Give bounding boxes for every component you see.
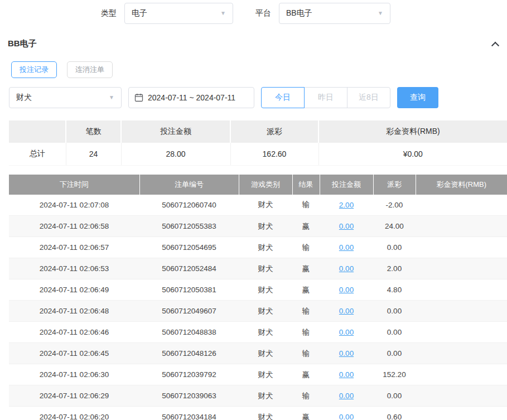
bet-amount-link[interactable]: 0.00 — [339, 307, 354, 315]
table-row: 2024-07-11 02:06:575060712054695财犬输0.000… — [9, 237, 507, 258]
order-number-cell: 5060712048126 — [139, 343, 239, 364]
records-table: 下注时间注单编号游戏类别结果投注金额派彩彩金资料(RMB) 2024-07-11… — [9, 175, 507, 420]
records-column-header: 游戏类别 — [239, 175, 292, 195]
bet-amount-cell: 0.00 — [320, 301, 373, 322]
game-type-cell: 财犬 — [239, 364, 292, 385]
platform-select[interactable]: BB电子 ▼ — [279, 3, 390, 24]
payout-cell: 0.60 — [373, 407, 416, 420]
table-row: 2024-07-11 02:06:205060712034184财犬赢0.000… — [9, 407, 507, 420]
bet-time-cell: 2024-07-11 02:06:45 — [9, 343, 139, 364]
summary-column-header: 派彩 — [230, 120, 318, 143]
game-type-cell: 财犬 — [239, 301, 292, 322]
records-tbody: 2024-07-11 02:07:085060712060740财犬输2.00-… — [9, 195, 507, 420]
summary-total-row: 总计 24 28.00 162.60 ¥0.00 — [9, 143, 507, 165]
bet-amount-cell: 2.00 — [320, 195, 373, 216]
payout-cell: 0.00 — [373, 343, 416, 364]
bet-amount-link[interactable]: 0.00 — [339, 370, 354, 379]
bet-time-cell: 2024-07-11 02:06:58 — [9, 216, 139, 237]
bet-time-cell: 2024-07-11 02:06:49 — [9, 279, 139, 301]
top-filter-row: 类型 电子 ▼ 平台 BB电子 ▼ — [0, 0, 507, 24]
payout-cell: -2.00 — [373, 195, 416, 216]
search-button[interactable]: 查询 — [397, 87, 438, 108]
chevron-down-icon: ▼ — [220, 11, 226, 16]
bonus-cell — [416, 322, 507, 343]
order-number-cell: 5060712054695 — [139, 237, 239, 258]
tab-cancelled-orders[interactable]: 连消注单 — [67, 61, 113, 78]
type-select[interactable]: 电子 ▼ — [124, 3, 233, 24]
bet-amount-link[interactable]: 0.00 — [339, 413, 354, 420]
game-type-cell: 财犬 — [239, 195, 292, 216]
platform-label: 平台 — [255, 8, 271, 18]
summary-table: 笔数投注金额派彩彩金资料(RMB) 总计 24 28.00 162.60 ¥0.… — [9, 120, 507, 166]
chevron-up-icon[interactable] — [491, 41, 499, 49]
game-type-cell: 财犬 — [239, 322, 292, 343]
chevron-down-icon: ▼ — [109, 95, 114, 100]
order-number-cell: 5060712055383 — [139, 216, 239, 237]
game-type-cell: 财犬 — [239, 237, 292, 258]
payout-cell: 24.00 — [373, 216, 416, 237]
bet-amount-link[interactable]: 0.00 — [339, 222, 354, 230]
type-select-value: 电子 — [132, 8, 147, 18]
bet-time-cell: 2024-07-11 02:06:53 — [9, 258, 139, 279]
summary-payout: 162.60 — [230, 143, 318, 165]
game-type-cell: 财犬 — [239, 343, 292, 364]
summary-column-header: 笔数 — [66, 120, 121, 143]
tab-bet-records[interactable]: 投注记录 — [11, 61, 57, 78]
table-row: 2024-07-11 02:07:085060712060740财犬输2.00-… — [9, 195, 507, 216]
result-cell: 赢 — [292, 216, 320, 237]
summary-column-header: 彩金资料(RMB) — [318, 120, 507, 143]
table-row: 2024-07-11 02:06:585060712055383财犬赢0.002… — [9, 216, 507, 237]
last-8-days-button[interactable]: 近8日 — [347, 87, 390, 108]
date-range-picker[interactable]: 2024-07-11 ~ 2024-07-11 — [128, 87, 254, 108]
order-number-cell: 5060712049607 — [139, 301, 239, 322]
order-number-cell: 5060712048838 — [139, 322, 239, 343]
records-column-header: 结果 — [292, 175, 320, 195]
type-label: 类型 — [101, 8, 117, 18]
tabs: 投注记录 连消注单 — [0, 49, 507, 78]
quick-date-button-group: 今日 昨日 近8日 — [261, 87, 390, 108]
table-row: 2024-07-11 02:06:535060712052484财犬赢0.002… — [9, 258, 507, 279]
filter-bar: 财犬 ▼ 2024-07-11 ~ 2024-07-11 今日 昨日 近8日 查… — [0, 78, 507, 108]
bonus-cell — [416, 301, 507, 322]
bet-amount-cell: 0.00 — [320, 364, 373, 385]
records-column-header: 投注金额 — [320, 175, 373, 195]
bet-time-cell: 2024-07-11 02:06:30 — [9, 364, 139, 385]
bet-amount-link[interactable]: 0.00 — [339, 328, 354, 336]
bet-amount-link[interactable]: 0.00 — [339, 349, 354, 358]
bet-amount-link[interactable]: 2.00 — [339, 201, 354, 209]
platform-field-group: 平台 BB电子 ▼ — [255, 3, 390, 24]
bet-amount-link[interactable]: 0.00 — [339, 264, 354, 273]
result-cell: 输 — [292, 237, 320, 258]
bet-amount-cell: 0.00 — [320, 407, 373, 420]
result-cell: 输 — [292, 195, 320, 216]
bet-amount-cell: 0.00 — [320, 216, 373, 237]
payout-cell: 4.80 — [373, 279, 416, 301]
records-column-header: 下注时间 — [9, 175, 139, 195]
game-type-cell: 财犬 — [239, 407, 292, 420]
result-cell: 输 — [292, 343, 320, 364]
section-title: BB电子 — [8, 38, 37, 49]
records-header-row: 下注时间注单编号游戏类别结果投注金额派彩彩金资料(RMB) — [9, 175, 507, 195]
summary-header-row: 笔数投注金额派彩彩金资料(RMB) — [9, 120, 507, 143]
today-button[interactable]: 今日 — [261, 87, 305, 108]
result-cell: 赢 — [292, 407, 320, 420]
yesterday-button[interactable]: 昨日 — [304, 87, 347, 108]
summary-bonus: ¥0.00 — [318, 143, 507, 165]
game-select[interactable]: 财犬 ▼ — [9, 87, 122, 108]
game-type-cell: 财犬 — [239, 279, 292, 301]
game-type-cell: 财犬 — [239, 385, 292, 407]
chevron-down-icon: ▼ — [378, 11, 383, 16]
bonus-cell — [416, 216, 507, 237]
result-cell: 输 — [292, 322, 320, 343]
bet-amount-link[interactable]: 0.00 — [339, 392, 354, 400]
bet-amount-cell: 0.00 — [320, 279, 373, 301]
calendar-icon — [134, 93, 143, 102]
date-range-value: 2024-07-11 ~ 2024-07-11 — [148, 93, 235, 102]
bet-amount-cell: 0.00 — [320, 385, 373, 407]
bet-amount-link[interactable]: 0.00 — [339, 286, 354, 294]
bonus-cell — [416, 343, 507, 364]
result-cell: 赢 — [292, 258, 320, 279]
result-cell: 输 — [292, 301, 320, 322]
platform-select-value: BB电子 — [286, 8, 312, 18]
bet-amount-link[interactable]: 0.00 — [339, 243, 354, 252]
